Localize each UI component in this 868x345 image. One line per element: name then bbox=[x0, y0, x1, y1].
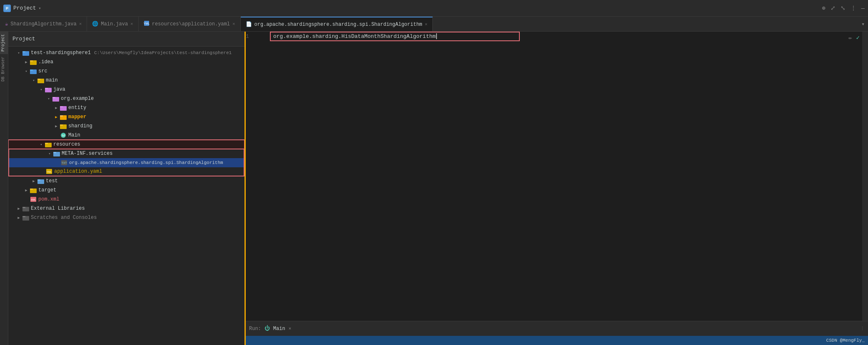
spi-icon: 📄 bbox=[246, 21, 252, 27]
tab-close-icon[interactable]: × bbox=[130, 22, 133, 27]
editor-scrollbar[interactable] bbox=[862, 32, 868, 321]
run-close-icon[interactable]: × bbox=[289, 326, 292, 331]
tree-label: .idea bbox=[38, 59, 53, 65]
expand-arrow-icon[interactable]: ▶ bbox=[31, 178, 37, 184]
tree-label: org.example bbox=[61, 96, 94, 102]
svg-rect-13 bbox=[45, 88, 48, 89]
svg-text:M: M bbox=[62, 134, 65, 137]
svg-rect-21 bbox=[60, 124, 63, 126]
tree-item-app-yaml[interactable]: ▶ YML application.yaml bbox=[8, 167, 244, 176]
tree-label: mapper bbox=[68, 114, 86, 120]
main-java-icon: 🌐 bbox=[92, 21, 98, 27]
tab-main-java[interactable]: 🌐 Main.java × bbox=[87, 17, 138, 31]
expand-arrow-icon[interactable]: ▶ bbox=[16, 206, 22, 211]
tree-item-pom[interactable]: ▶ XML pom.xml bbox=[8, 195, 244, 204]
project-panel-tab[interactable]: Project bbox=[0, 32, 8, 54]
tree-item-idea[interactable]: ▶ .idea bbox=[8, 57, 244, 67]
tab-close-icon[interactable]: × bbox=[79, 22, 82, 27]
svg-rect-27 bbox=[53, 152, 56, 153]
tree-label: org.apache.shardingsphere.sharding.spi.S… bbox=[69, 160, 223, 165]
minimize-icon[interactable]: — bbox=[861, 5, 865, 12]
tree-label: resources bbox=[53, 141, 80, 147]
panel-title: Project bbox=[12, 36, 35, 42]
tree-item-ext-libs[interactable]: ▶ External Libraries bbox=[8, 204, 244, 213]
svg-rect-25 bbox=[45, 143, 48, 144]
tree-item-main-class[interactable]: ▶ M Main bbox=[8, 131, 244, 140]
tree-label: Scratches and Consoles bbox=[31, 215, 97, 221]
expand-arrow-icon[interactable]: ▶ bbox=[23, 187, 29, 193]
tree-item-spi-file[interactable]: ▶ TXT org.apache.shardingsphere.sharding… bbox=[8, 158, 244, 167]
tree-label: test-shardingsphere1 bbox=[31, 50, 91, 56]
java-icon: ☕ bbox=[5, 21, 8, 27]
scratches-icon bbox=[22, 214, 29, 221]
title-bar-controls: ⊕ ⤢ ⤡ ⋮ — bbox=[822, 5, 865, 12]
confirm-check-icon[interactable]: ✓ bbox=[856, 34, 860, 41]
tab-bar: ☕ ShardingAlgorithm.java × 🌐 Main.java ×… bbox=[0, 17, 868, 32]
tree-item-java[interactable]: ▾ java bbox=[8, 85, 244, 94]
tab-close-icon[interactable]: × bbox=[232, 22, 235, 27]
settings-icon[interactable]: ⊕ bbox=[822, 5, 825, 12]
tree-path: C:\Users\Mengfly\IdeaProjects\test-shard… bbox=[94, 50, 232, 55]
tree-label: java bbox=[53, 87, 65, 92]
collapse-icon[interactable]: ⤡ bbox=[841, 5, 846, 12]
tree-label: pom.xml bbox=[38, 196, 59, 202]
cursor bbox=[436, 33, 437, 39]
expand-icon[interactable]: ⤢ bbox=[831, 5, 836, 12]
tree-item-org-example[interactable]: ▾ org.example bbox=[8, 94, 244, 103]
tree-item-scratches[interactable]: ▶ Scratches and Consoles bbox=[8, 213, 244, 222]
svg-rect-33 bbox=[37, 179, 40, 181]
yaml-icon: YML bbox=[144, 20, 150, 28]
expand-arrow-icon[interactable]: ▶ bbox=[16, 215, 22, 221]
code-line-1: org.example.sharding.HisDataMonthShardin… bbox=[270, 32, 859, 41]
editor-code[interactable]: org.example.sharding.HisDataMonthShardin… bbox=[267, 32, 862, 321]
tree-item-test[interactable]: ▶ test bbox=[8, 176, 244, 186]
tree-item-resources[interactable]: ▾ resources bbox=[8, 140, 244, 149]
tab-application-yaml[interactable]: YML resources\application.yaml × bbox=[139, 17, 241, 31]
tab-label: ShardingAlgorithm.java bbox=[10, 21, 76, 27]
svg-text:XML: XML bbox=[31, 199, 36, 201]
tree-item-src[interactable]: ▾ src bbox=[8, 67, 244, 76]
editor-text: org.example.sharding.HisDataMonthShardin… bbox=[273, 33, 436, 40]
tree-item-entity[interactable]: ▶ entity bbox=[8, 103, 244, 112]
tab-scroll-arrow[interactable]: ▾ bbox=[858, 17, 868, 31]
tree-label: META-INF.services bbox=[62, 151, 112, 156]
main-folder-icon bbox=[37, 77, 44, 84]
expand-arrow-icon[interactable]: ▶ bbox=[53, 123, 59, 129]
tree-item-target[interactable]: ▶ target bbox=[8, 186, 244, 195]
title-chevron-icon[interactable]: ▾ bbox=[39, 6, 41, 11]
expand-arrow-icon[interactable]: ▾ bbox=[16, 50, 22, 56]
tree-item-meta-inf[interactable]: ▾ META-INF.services bbox=[8, 149, 244, 158]
expand-arrow-icon[interactable]: ▾ bbox=[46, 96, 52, 102]
project-icon: P bbox=[3, 5, 11, 12]
tree-item-sharding[interactable]: ▶ sharding bbox=[8, 122, 244, 131]
svg-rect-7 bbox=[30, 60, 33, 62]
tree-item-mapper[interactable]: ▶ mapper bbox=[8, 112, 244, 122]
src-folder-icon bbox=[30, 68, 37, 74]
expand-arrow-icon[interactable]: ▶ bbox=[53, 105, 59, 111]
expand-arrow-icon[interactable]: ▶ bbox=[23, 59, 29, 65]
expand-arrow-icon[interactable]: ▾ bbox=[31, 77, 37, 83]
file-tree[interactable]: ▾ test-shardingsphere1 C:\Users\Mengfly\… bbox=[8, 47, 244, 345]
tree-label: External Libraries bbox=[31, 206, 85, 211]
title-bar: P Project ▾ ⊕ ⤢ ⤡ ⋮ — bbox=[0, 0, 868, 17]
spi-input-box[interactable]: org.example.sharding.HisDataMonthShardin… bbox=[270, 32, 520, 41]
tree-item-root[interactable]: ▾ test-shardingsphere1 C:\Users\Mengfly\… bbox=[8, 48, 244, 57]
yaml-file-icon: YML bbox=[46, 168, 52, 175]
tab-label: org.apache.shardingsphere.sharding.spi.S… bbox=[254, 22, 422, 27]
tab-sharding-algorithm-java[interactable]: ☕ ShardingAlgorithm.java × bbox=[0, 17, 87, 31]
expand-arrow-icon[interactable]: ▾ bbox=[38, 87, 44, 92]
expand-arrow-icon[interactable]: ▾ bbox=[23, 68, 29, 74]
tree-item-main-dir[interactable]: ▾ main bbox=[8, 76, 244, 85]
tree-label: test bbox=[46, 178, 58, 184]
tab-spi-file[interactable]: 📄 org.apache.shardingsphere.sharding.spi… bbox=[241, 17, 433, 31]
expand-arrow-icon[interactable]: ▶ bbox=[53, 114, 59, 120]
tab-close-active-icon[interactable]: × bbox=[425, 22, 428, 27]
expand-arrow-icon[interactable]: ▾ bbox=[47, 151, 52, 156]
svg-text:TXT: TXT bbox=[61, 161, 67, 164]
more-icon[interactable]: ⋮ bbox=[851, 5, 856, 12]
edit-pencil-icon[interactable]: ✏ bbox=[848, 34, 852, 41]
tree-label: src bbox=[38, 68, 47, 74]
db-browser-tab[interactable]: DB Browser bbox=[0, 54, 8, 84]
spi-file-icon: TXT bbox=[61, 159, 67, 166]
expand-arrow-icon[interactable]: ▾ bbox=[38, 141, 44, 147]
